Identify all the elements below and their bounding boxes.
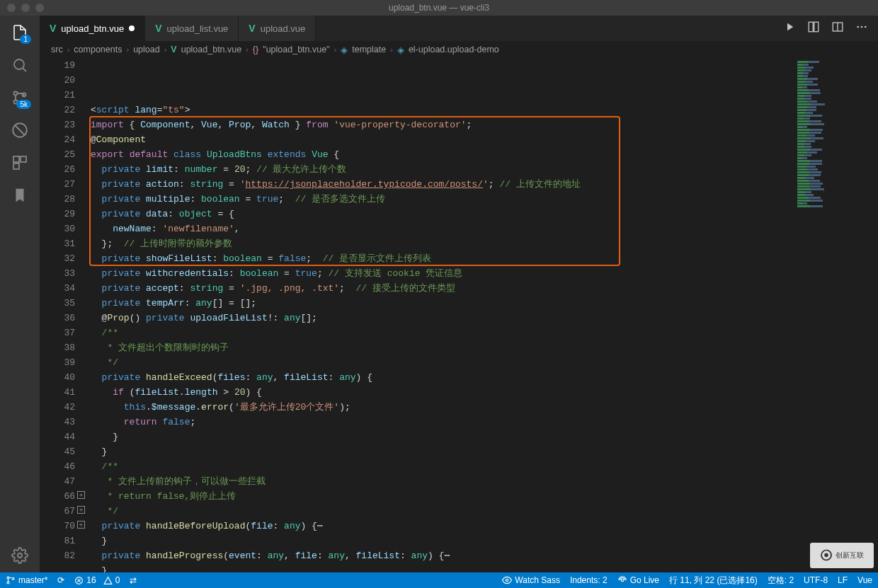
line-number: 33 bbox=[40, 266, 75, 281]
svg-point-16 bbox=[7, 577, 9, 579]
debug-disabled-icon[interactable] bbox=[10, 120, 30, 140]
breadcrumb-item[interactable]: el-upload.upload-demo bbox=[409, 45, 499, 54]
network-icon[interactable]: ⇄ bbox=[130, 575, 137, 585]
chevron-right-icon: › bbox=[164, 45, 167, 54]
line-number: 38 bbox=[40, 340, 75, 355]
line-number: 24 bbox=[40, 132, 75, 147]
tab-upload_list-vue[interactable]: Vupload_list.vue bbox=[145, 16, 239, 41]
indent-size[interactable]: 空格: 2 bbox=[768, 575, 794, 587]
svg-rect-7 bbox=[13, 163, 19, 169]
encoding[interactable]: UTF-8 bbox=[804, 575, 828, 587]
search-icon[interactable] bbox=[10, 55, 30, 75]
scm-icon[interactable]: 5k bbox=[10, 88, 30, 108]
language[interactable]: Vue bbox=[857, 575, 872, 587]
titlebar: upload_btn.vue — vue-cli3 bbox=[0, 0, 878, 16]
tab-upload_btn-vue[interactable]: Vupload_btn.vue bbox=[40, 16, 145, 41]
explorer-badge: 1 bbox=[20, 35, 31, 44]
line-number: 67+ bbox=[40, 504, 75, 519]
vue-file-icon: V bbox=[155, 23, 161, 34]
breadcrumb-item[interactable]: components bbox=[74, 45, 122, 54]
breadcrumbs[interactable]: src›components›upload›V upload_btn.vue›{… bbox=[40, 41, 878, 58]
line-number: 32 bbox=[40, 251, 75, 266]
line-number: 19 bbox=[40, 58, 75, 73]
eol[interactable]: LF bbox=[838, 575, 848, 587]
breadcrumb-item[interactable]: src bbox=[51, 45, 63, 54]
line-gutter: 1920212223242526272829303132333435363738… bbox=[40, 58, 89, 572]
line-number: 41 bbox=[40, 385, 75, 400]
tag-icon: ◈ bbox=[397, 45, 404, 55]
svg-point-20 bbox=[506, 579, 509, 582]
line-number: 29 bbox=[40, 207, 75, 221]
line-number: 44 bbox=[40, 430, 75, 444]
line-number: 21 bbox=[40, 88, 75, 103]
vue-file-icon: V bbox=[50, 23, 56, 34]
vue-file-icon: V bbox=[249, 23, 255, 34]
status-bar: master* ⟳ 16 0 ⇄ Watch Sass Indents: 2 G… bbox=[0, 572, 878, 588]
line-number: 28 bbox=[40, 192, 75, 207]
breadcrumb-item[interactable]: template bbox=[352, 45, 386, 54]
svg-point-17 bbox=[7, 582, 9, 584]
close-window-icon[interactable] bbox=[7, 4, 16, 12]
line-number: 82 bbox=[40, 548, 75, 563]
fold-expand-icon[interactable]: + bbox=[77, 521, 85, 529]
svg-point-1 bbox=[14, 92, 18, 96]
line-number: 26 bbox=[40, 162, 75, 177]
line-number: 46 bbox=[40, 459, 75, 474]
fold-expand-icon[interactable]: + bbox=[77, 506, 85, 514]
line-number: 27 bbox=[40, 177, 75, 192]
minimap[interactable] bbox=[793, 58, 878, 572]
bookmark-icon[interactable] bbox=[10, 185, 30, 205]
extensions-icon[interactable] bbox=[10, 153, 30, 173]
tag-icon: ◈ bbox=[341, 45, 348, 55]
editor-body[interactable]: 1920212223242526272829303132333435363738… bbox=[40, 58, 878, 572]
chevron-right-icon: › bbox=[390, 45, 393, 54]
cursor-position[interactable]: 行 11, 列 22 (已选择16) bbox=[669, 575, 758, 587]
indents[interactable]: Indents: 2 bbox=[570, 575, 608, 587]
svg-point-18 bbox=[12, 577, 14, 580]
activity-bar: 1 5k bbox=[0, 16, 40, 572]
line-number: 42 bbox=[40, 400, 75, 415]
svg-point-14 bbox=[861, 26, 863, 28]
go-live[interactable]: Go Live bbox=[617, 575, 659, 587]
svg-point-21 bbox=[621, 579, 624, 582]
chevron-right-icon: › bbox=[126, 45, 129, 54]
vue-file-icon: V bbox=[171, 45, 176, 54]
more-icon[interactable] bbox=[855, 21, 868, 36]
chevron-right-icon: › bbox=[246, 45, 249, 54]
settings-icon[interactable] bbox=[10, 546, 30, 565]
chevron-right-icon: › bbox=[67, 45, 70, 54]
tab-label: upload_list.vue bbox=[167, 23, 229, 34]
line-number: 20 bbox=[40, 73, 75, 88]
tab-upload-vue[interactable]: Vupload.vue bbox=[239, 16, 316, 41]
svg-point-8 bbox=[18, 553, 22, 558]
minimize-window-icon[interactable] bbox=[21, 4, 30, 12]
line-number: 66+ bbox=[40, 489, 75, 504]
compare-icon[interactable] bbox=[807, 21, 820, 36]
line-number: 70+ bbox=[40, 519, 75, 534]
svg-rect-10 bbox=[814, 22, 819, 32]
line-number: 23 bbox=[40, 117, 75, 132]
run-icon[interactable] bbox=[783, 21, 796, 36]
breadcrumb-item[interactable]: upload_btn.vue bbox=[181, 45, 242, 54]
fold-expand-icon[interactable]: + bbox=[77, 491, 85, 499]
errors-count[interactable]: 16 0 bbox=[74, 575, 120, 585]
breadcrumb-item[interactable]: upload bbox=[133, 45, 160, 54]
git-branch[interactable]: master* bbox=[6, 575, 47, 585]
split-editor-icon[interactable] bbox=[831, 21, 844, 36]
line-number: 35 bbox=[40, 296, 75, 311]
line-number: 31 bbox=[40, 236, 75, 251]
line-number: 40 bbox=[40, 370, 75, 385]
line-number: 22 bbox=[40, 103, 75, 117]
svg-rect-9 bbox=[809, 22, 813, 32]
code-content[interactable]: <script lang="ts">import { Component, Vu… bbox=[89, 58, 793, 572]
scm-badge: 5k bbox=[16, 100, 31, 109]
svg-point-13 bbox=[857, 26, 859, 28]
modified-dot-icon bbox=[129, 25, 135, 31]
maximize-window-icon[interactable] bbox=[35, 4, 44, 12]
watch-sass[interactable]: Watch Sass bbox=[502, 575, 560, 587]
sync-icon[interactable]: ⟳ bbox=[57, 575, 64, 585]
line-number: 39 bbox=[40, 355, 75, 370]
explorer-icon[interactable]: 1 bbox=[10, 23, 30, 42]
breadcrumb-item[interactable]: "upload_btn.vue" bbox=[263, 45, 329, 54]
line-number: 34 bbox=[40, 281, 75, 296]
